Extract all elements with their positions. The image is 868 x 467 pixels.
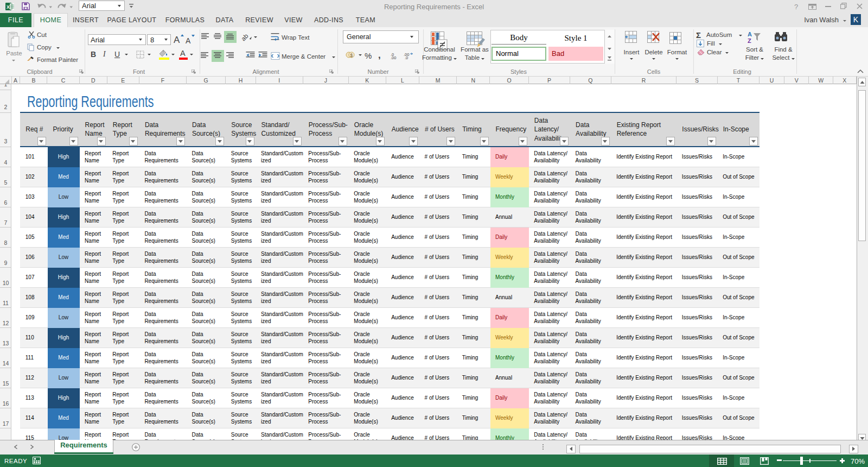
- svg-text:A: A: [186, 36, 191, 45]
- svg-text:$: $: [350, 53, 353, 58]
- svg-text:X: X: [7, 4, 10, 10]
- svg-text:Z: Z: [748, 37, 751, 44]
- svg-text:.00: .00: [391, 55, 396, 59]
- svg-text:A: A: [748, 31, 752, 37]
- svg-text:?: ?: [794, 3, 798, 10]
- svg-text:A: A: [174, 35, 180, 45]
- svg-text:ab: ab: [242, 32, 250, 42]
- svg-text:.0: .0: [405, 55, 408, 59]
